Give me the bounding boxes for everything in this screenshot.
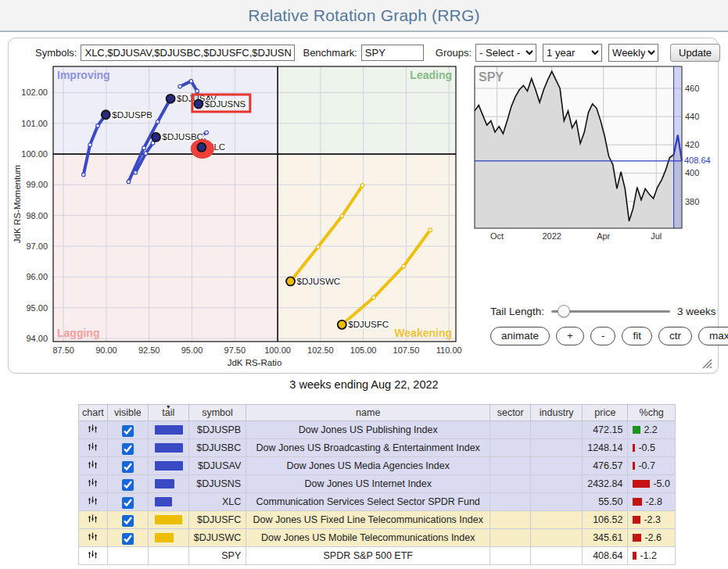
chart-cell: [79, 493, 108, 511]
chg-bar: [633, 426, 640, 434]
price-cell: 345.61: [583, 529, 628, 547]
sector-cell: [490, 493, 531, 511]
period-select[interactable]: 1 year: [543, 44, 602, 62]
mini-x-tick: Jul: [651, 231, 662, 241]
tail-swatch[interactable]: [155, 497, 172, 506]
tail-swatch[interactable]: [155, 479, 174, 488]
mini-y-tick: 420: [685, 140, 699, 149]
column-header-chart[interactable]: chart: [79, 405, 108, 421]
chg-bar: [633, 516, 640, 524]
center-button[interactable]: ctr: [658, 327, 692, 345]
tail-length-label: Tail Length:: [490, 306, 544, 317]
mini-y-tick: 380: [685, 197, 699, 206]
symbols-input[interactable]: [81, 45, 295, 61]
chg-cell: -2.6: [628, 529, 676, 547]
sector-cell: [490, 421, 531, 439]
groups-select[interactable]: - Select -: [475, 44, 536, 62]
chg-cell: -2.3: [628, 511, 676, 529]
tail-cell: [148, 493, 188, 511]
head-marker-$DJUSWC[interactable]: [286, 277, 295, 285]
tail-length-slider[interactable]: [551, 305, 670, 317]
visible-checkbox[interactable]: [122, 515, 134, 527]
head-marker-$DJUSBC[interactable]: [152, 133, 160, 141]
name-cell: Dow Jones US Mobile Telecommunications I…: [246, 529, 490, 547]
column-header-industry[interactable]: industry: [531, 405, 583, 421]
visible-checkbox[interactable]: [122, 425, 134, 437]
name-cell: Dow Jones US Fixed Line Telecommunicatio…: [246, 511, 490, 529]
fit-button[interactable]: fit: [622, 327, 652, 345]
page-title: Relative Rotation Graph (RRG): [248, 6, 479, 25]
column-header-sector[interactable]: sector: [490, 405, 531, 421]
symbol-label-$DJUSFC: $DJUSFC: [348, 320, 389, 329]
interval-select[interactable]: Weekly: [608, 44, 658, 62]
chg-value: 2.2: [644, 424, 657, 435]
chg-bar: [633, 498, 642, 506]
visible-cell: [107, 457, 148, 475]
mini-x-tick: 2022: [542, 231, 561, 241]
chart-icon[interactable]: [88, 514, 98, 524]
mini-y-tick: 440: [685, 112, 699, 121]
tail-swatch[interactable]: [155, 533, 174, 542]
visible-cell: [107, 493, 148, 511]
chg-cell: -0.7: [628, 457, 676, 475]
visible-checkbox[interactable]: [122, 533, 134, 545]
column-header-visible[interactable]: visible: [107, 405, 148, 421]
head-marker-$DJUSFC[interactable]: [338, 320, 346, 329]
visible-checkbox[interactable]: [122, 479, 134, 491]
rrg-chart: 87.5090.0092.5095.0097.50100.00102.50105…: [10, 63, 479, 372]
chart-icon[interactable]: [88, 531, 98, 542]
tail-swatch[interactable]: [155, 515, 182, 524]
tail-cell: [148, 475, 188, 493]
symbol-cell: $DJUSNS: [188, 475, 246, 493]
benchmark-input[interactable]: [361, 45, 424, 61]
slider-knob[interactable]: [558, 305, 570, 317]
table-row: $DJUSBCDow Jones US Broadcasting & Enter…: [79, 439, 676, 457]
visible-checkbox[interactable]: [122, 443, 134, 455]
benchmark-label: Benchmark:: [303, 47, 357, 59]
tail-swatch[interactable]: [155, 443, 183, 453]
tail-cell: [148, 421, 188, 439]
visible-checkbox[interactable]: [122, 497, 134, 509]
head-marker-XLC[interactable]: [197, 143, 206, 152]
industry-cell: [531, 511, 583, 529]
column-header-chg[interactable]: %chg: [628, 405, 676, 421]
animate-button[interactable]: animate: [490, 327, 550, 345]
chart-icon[interactable]: [88, 442, 98, 452]
chg-cell: -2.8: [628, 493, 676, 511]
chart-icon[interactable]: [88, 496, 98, 506]
zoom-out-button[interactable]: -: [590, 327, 616, 345]
zoom-in-button[interactable]: +: [556, 327, 584, 345]
chart-icon[interactable]: [88, 460, 98, 470]
table-row: $DJUSNSDow Jones US Internet Index2432.8…: [79, 475, 676, 493]
chg-value: -5.0: [653, 478, 670, 489]
y-tick: 101.00: [21, 119, 48, 128]
chart-icon[interactable]: [88, 549, 98, 560]
chart-icon[interactable]: [88, 424, 98, 434]
head-marker-$DJUSAV[interactable]: [167, 95, 175, 103]
x-tick: 92.50: [138, 345, 160, 355]
table-row: $DJUSPBDow Jones US Publishing Index472.…: [79, 421, 676, 439]
symbol-cell: $DJUSPB: [188, 421, 246, 439]
head-marker-$DJUSPB[interactable]: [102, 110, 110, 119]
chg-bar: [633, 552, 637, 560]
column-header-symbol[interactable]: symbol: [188, 405, 246, 421]
update-button[interactable]: Update: [670, 44, 720, 62]
tail-swatch[interactable]: [155, 425, 183, 435]
column-header-name[interactable]: name: [246, 405, 490, 421]
visible-checkbox[interactable]: [122, 461, 134, 473]
chart-icon[interactable]: [88, 478, 98, 488]
x-tick: 105.00: [350, 345, 377, 355]
name-cell: Dow Jones US Internet Index: [246, 475, 490, 493]
quadrant-label-improving: Improving: [57, 69, 110, 81]
resize-handle-icon[interactable]: [702, 359, 712, 369]
industry-cell: [531, 493, 583, 511]
column-header-price[interactable]: price: [583, 405, 628, 421]
max-button[interactable]: max: [698, 327, 728, 345]
tail-cell: [148, 511, 188, 529]
head-marker-$DJUSNS[interactable]: [194, 99, 203, 108]
tail-swatch[interactable]: [155, 461, 183, 471]
y-tick: 97.00: [26, 242, 48, 251]
column-header-tail[interactable]: tail▾: [148, 405, 188, 421]
industry-cell: [531, 547, 583, 565]
x-tick: 107.50: [393, 345, 420, 355]
